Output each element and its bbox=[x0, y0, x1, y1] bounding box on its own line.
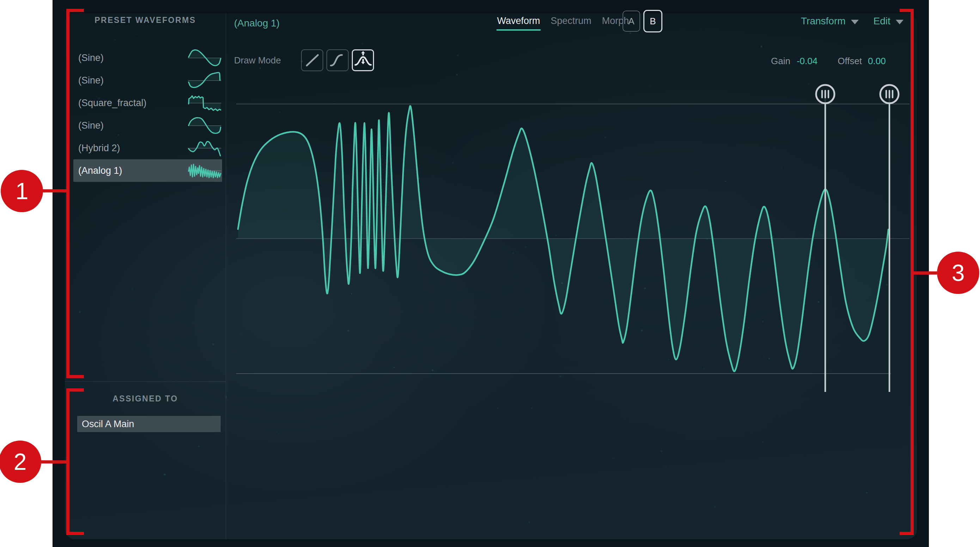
preset-thumbnail-waveform-icon bbox=[188, 70, 221, 90]
annotation-circle-2: 2 bbox=[0, 440, 41, 483]
menu-group: TransformEdit bbox=[801, 16, 904, 27]
transform-menu-button[interactable]: Transform bbox=[801, 16, 859, 27]
assigned-to-header: ASSIGNED TO bbox=[65, 394, 226, 404]
preset-waveforms-header: PRESET WAVEFORMS bbox=[65, 16, 226, 25]
preset-thumbnail-waveform-icon bbox=[188, 48, 221, 68]
gain-offset-group: Gain -0.04 Offset 0.00 bbox=[771, 56, 886, 67]
preset-item-square-fractal[interactable]: (Square_fractal) bbox=[73, 92, 222, 114]
preset-item-hybrid-2[interactable]: (Hybrid 2) bbox=[73, 137, 222, 159]
preset-thumbnail-waveform-icon bbox=[188, 116, 221, 135]
sidebar-section-divider bbox=[65, 382, 226, 382]
transform-menu-label: Transform bbox=[801, 16, 846, 27]
preset-item-label: (Sine) bbox=[78, 52, 103, 64]
assigned-item-oscil-a-main[interactable]: Oscil A Main bbox=[77, 416, 221, 432]
sidebar-main-divider bbox=[226, 13, 226, 539]
draw-mode-label: Draw Mode bbox=[234, 55, 281, 66]
preset-item-sine[interactable]: (Sine) bbox=[73, 69, 222, 92]
preset-item-label: (Hybrid 2) bbox=[78, 143, 120, 154]
ab-toggle-group: AB bbox=[622, 10, 662, 32]
tab-spectrum[interactable]: Spectrum bbox=[550, 16, 592, 31]
tab-bar: WaveformSpectrumMorph bbox=[497, 16, 629, 31]
preset-item-label: (Sine) bbox=[78, 75, 103, 86]
curve-draw-button[interactable] bbox=[326, 49, 348, 71]
preset-thumbnail-waveform-icon bbox=[188, 138, 221, 158]
annotation-circle-1: 1 bbox=[1, 170, 43, 212]
wavetable-a-button[interactable]: A bbox=[622, 11, 640, 32]
preset-item-label: (Square_fractal) bbox=[78, 98, 146, 108]
preset-item-analog-1[interactable]: (Analog 1) bbox=[73, 159, 222, 182]
preset-thumbnail-waveform-icon bbox=[188, 161, 221, 180]
edit-menu-button[interactable]: Edit bbox=[873, 16, 904, 27]
edit-menu-label: Edit bbox=[873, 16, 891, 27]
bell-draw-button[interactable] bbox=[352, 49, 374, 71]
preset-item-sine[interactable]: (Sine) bbox=[73, 46, 222, 69]
gain-value[interactable]: -0.04 bbox=[797, 56, 818, 67]
current-waveform-title: (Analog 1) bbox=[234, 17, 280, 29]
draw-mode-tool-group bbox=[301, 49, 374, 71]
page: PRESET WAVEFORMS (Sine)(Sine)(Square_fra… bbox=[0, 0, 980, 547]
preset-thumbnail-waveform-icon bbox=[188, 93, 221, 113]
preset-item-label: (Sine) bbox=[78, 120, 103, 131]
active-tab-underline bbox=[496, 29, 541, 31]
chevron-down-icon bbox=[896, 20, 904, 24]
chevron-down-icon bbox=[851, 20, 859, 24]
wavetable-b-button[interactable]: B bbox=[643, 10, 662, 32]
line-draw-button[interactable] bbox=[301, 49, 323, 71]
assigned-list: Oscil A Main bbox=[77, 416, 221, 432]
annotation-circle-3: 3 bbox=[937, 252, 979, 294]
offset-label: Offset bbox=[838, 56, 862, 67]
curve-draw-icon bbox=[328, 50, 348, 70]
preset-item-sine[interactable]: (Sine) bbox=[73, 114, 222, 137]
gain-label: Gain bbox=[771, 56, 790, 67]
offset-value[interactable]: 0.00 bbox=[868, 56, 886, 67]
preset-list: (Sine)(Sine)(Square_fractal)(Sine)(Hybri… bbox=[65, 46, 226, 182]
bell-draw-icon bbox=[353, 50, 373, 70]
line-draw-icon bbox=[302, 50, 323, 70]
tab-waveform[interactable]: Waveform bbox=[497, 16, 540, 31]
preset-item-label: (Analog 1) bbox=[78, 165, 123, 176]
